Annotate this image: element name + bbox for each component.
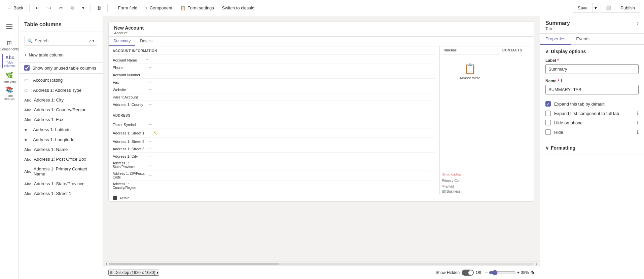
add-component-button[interactable]: + Component [142, 3, 176, 12]
name-required-star: * [558, 79, 560, 83]
scroll-thumb [109, 263, 279, 265]
device-selector-button[interactable]: 🖥 Desktop (1920 x 1080) ▾ [108, 270, 159, 276]
list-item[interactable]: ▭ Address 1: Address Type [19, 85, 103, 95]
tab-events[interactable]: Events [571, 34, 595, 45]
back-icon: ← [7, 5, 12, 10]
show-hidden-toggle[interactable] [462, 270, 474, 276]
cut-button[interactable]: ✂ [56, 3, 66, 12]
field-label: Website [113, 88, 146, 92]
field-label: Address 1: Street 1 [113, 131, 146, 135]
error-loading: Error: loading [440, 171, 500, 177]
separator-2 [91, 4, 91, 12]
display-options-header[interactable]: ∧ Display options [540, 45, 644, 58]
fit-screen-button[interactable]: ⊕ [530, 270, 534, 275]
list-item[interactable]: Abc Address 1: City [19, 95, 103, 105]
list-item[interactable]: Abc Address 1: State/Province [19, 179, 103, 189]
search-bar[interactable]: 🔍 ⊿ ▾ [24, 36, 97, 46]
formatting-section: ∨ Formatting [540, 141, 644, 155]
show-unused-label[interactable]: Show only unused table columns [32, 66, 96, 71]
copy-button[interactable]: ⧉ [68, 3, 77, 13]
search-input[interactable] [35, 38, 86, 43]
zoom-slider[interactable] [489, 270, 516, 275]
list-item[interactable]: Abc Address 1: Street 1 [19, 189, 103, 198]
field-label: Parent Account [113, 95, 146, 99]
scroll-left-button[interactable]: ‹ [106, 262, 107, 266]
name-input[interactable] [545, 85, 639, 94]
right-panel-expand-button[interactable]: › [637, 20, 639, 26]
field-dots: ··· [149, 123, 152, 126]
add-form-field-button[interactable]: + Form field [110, 3, 141, 12]
table-columns-label: Table columns [3, 61, 17, 68]
collapse-chevron-icon: ∧ [545, 49, 549, 54]
name-info-icon[interactable]: ℹ [561, 79, 562, 83]
tab-details[interactable]: Details [135, 37, 157, 46]
save-dropdown-button[interactable]: ▾ [592, 3, 599, 12]
delete-button[interactable]: 🗑 [94, 3, 105, 12]
back-button[interactable]: ← Back [4, 3, 27, 12]
address-state-label: Address 1: State/Province [34, 181, 84, 186]
hide-phone-checkbox[interactable] [545, 120, 551, 125]
canvas: New Account Account Summary Details [103, 16, 540, 279]
sidebar-item-tree-view[interactable]: 🌿 Tree view [2, 70, 17, 85]
plus-icon-new: + [24, 52, 27, 57]
list-item[interactable]: Abc Address 1: Primary Contact Name [19, 164, 103, 179]
hide-info-icon[interactable]: ℹ [637, 129, 639, 135]
undo-button[interactable]: ↩ [32, 3, 43, 12]
address-primary-icon: Abc [24, 169, 31, 173]
timeline-title: Timeline [440, 46, 500, 54]
biz-icon: 🏢 [442, 190, 446, 193]
new-table-column-button[interactable]: + New table column [24, 50, 97, 59]
timeline-text: Almost there [460, 76, 480, 80]
hide-phone-info-icon[interactable]: ℹ [637, 120, 639, 125]
list-item[interactable]: Abc Address 1: Fax ⋯ [19, 115, 103, 124]
address-fax-icon: Abc [24, 118, 31, 122]
address-street1-icon: Abc [24, 192, 31, 196]
address-country-icon: Abc [24, 108, 31, 112]
new-column-label: New table column [29, 52, 64, 57]
list-item[interactable]: Abc Address 1: Post Office Box [19, 154, 103, 164]
publish-left-icon[interactable]: ⬜ [601, 3, 616, 12]
display-options-title: Display options [551, 49, 586, 54]
filter-button[interactable]: ⊿ ▾ [88, 38, 94, 43]
redo-button[interactable]: ↪ [44, 3, 55, 12]
email-text: Email [445, 185, 454, 188]
paste-dropdown-button[interactable]: ▾ [79, 3, 88, 12]
tab-summary[interactable]: Summary [109, 37, 135, 46]
label-required-star: * [557, 58, 559, 63]
form-field-row: Address 1: Street 3 ··· [113, 145, 435, 153]
right-panel-tabs: Properties Events [540, 34, 644, 45]
hide-option-row: Hide ℹ [545, 127, 639, 137]
sidebar-item-form-libraries[interactable]: 📚 Form libraries [2, 86, 17, 101]
hide-checkbox[interactable] [545, 129, 551, 135]
label-input[interactable] [545, 64, 639, 74]
show-unused-checkbox[interactable] [24, 65, 30, 71]
formatting-header[interactable]: ∨ Formatting [540, 141, 644, 155]
hamburger-button[interactable] [2, 19, 17, 34]
save-button[interactable]: Save [573, 3, 593, 12]
sidebar-item-components[interactable]: ⊞ Components [2, 38, 17, 52]
horizontal-scrollbar[interactable]: ‹ › [103, 262, 540, 266]
list-item[interactable]: Abc Address 1: Country/Region [19, 105, 103, 115]
timeline-empty: 📋 Almost there [440, 54, 500, 88]
expand-tab-checkbox[interactable] [545, 101, 551, 107]
scroll-track[interactable] [109, 263, 534, 265]
scroll-right-button[interactable]: › [536, 262, 537, 266]
expand-first-checkbox[interactable] [545, 111, 551, 116]
formatting-chevron-icon: ∨ [545, 145, 549, 151]
tab-properties[interactable]: Properties [540, 34, 571, 45]
switch-classic-button[interactable]: Switch to classic [219, 3, 257, 12]
publish-button[interactable]: Publish [616, 3, 640, 12]
list-item[interactable]: ● Address 1: Longitude [19, 134, 103, 145]
hamburger-line-3 [6, 28, 12, 29]
sidebar-item-table-columns[interactable]: Abc Table columns [2, 54, 17, 69]
canvas-preview[interactable]: New Account Account Summary Details [103, 16, 540, 262]
list-item[interactable]: ● Address 1: Latitude [19, 124, 103, 134]
list-item[interactable]: Abc Address 1: Name [19, 145, 103, 154]
field-dots: ··· [149, 73, 152, 77]
expand-first-info-icon[interactable]: ℹ [637, 111, 639, 116]
components-label: Components [0, 47, 19, 51]
field-label: Address 1: ZIP/Postal Code [113, 172, 146, 179]
undo-icon: ↩ [36, 5, 39, 10]
form-settings-button[interactable]: 📋 Form settings [177, 3, 217, 12]
list-item[interactable]: ▭ Account Rating [19, 75, 103, 85]
